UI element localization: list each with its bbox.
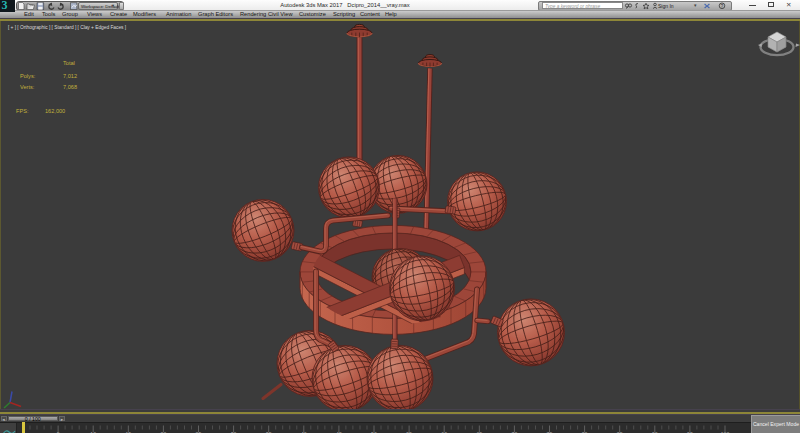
svg-text:?: ? [721, 2, 724, 8]
